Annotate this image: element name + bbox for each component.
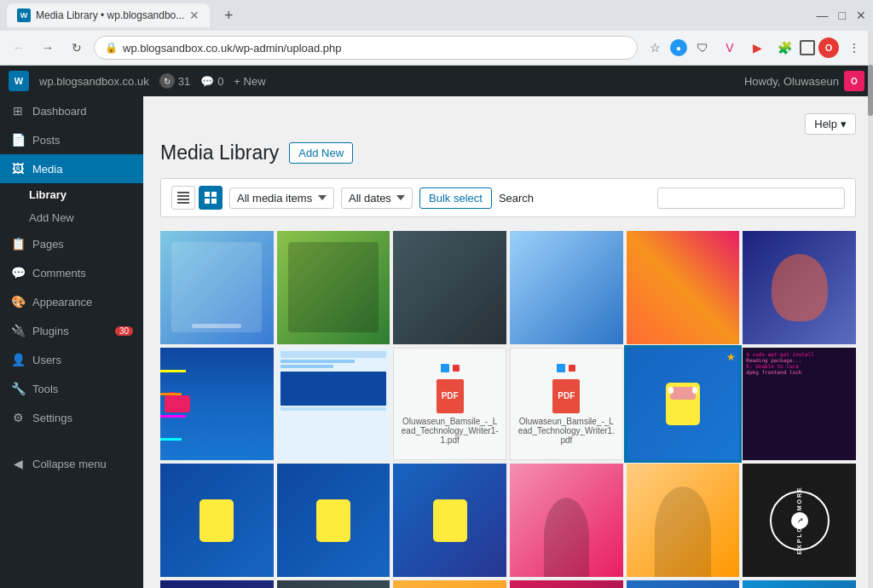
chevron-down-icon: ▾ (841, 118, 847, 130)
media-item[interactable] (277, 348, 390, 461)
media-item-selected[interactable]: ★ (627, 348, 740, 461)
wordpress-favicon: W (17, 9, 31, 22)
comment-icon: 💬 (200, 75, 214, 88)
sidebar-submenu-add-new[interactable]: Add New (0, 206, 143, 229)
svg-rect-7 (211, 199, 217, 204)
sidebar-label-posts: Posts (32, 134, 61, 147)
sidebar-item-tools[interactable]: 🔧 Tools (0, 374, 143, 403)
sidebar-label-dashboard: Dashboard (32, 105, 87, 118)
profile-button[interactable]: O (818, 37, 839, 58)
media-item[interactable] (277, 231, 390, 344)
update-number: 31 (178, 75, 190, 88)
forward-button[interactable]: → (36, 36, 60, 60)
media-item[interactable] (627, 464, 740, 577)
media-star: ★ (726, 351, 736, 363)
refresh-button[interactable]: ↻ (65, 36, 89, 60)
sidebar-item-plugins[interactable]: 🔌 Plugins 30 (0, 316, 143, 345)
menu-icon[interactable]: ⋮ (842, 36, 866, 60)
sidebar-item-appearance[interactable]: 🎨 Appearance (0, 287, 143, 316)
media-item[interactable] (743, 580, 856, 588)
sidebar-item-media[interactable]: 🖼 Media (0, 154, 143, 183)
sidebar-item-posts[interactable]: 📄 Posts (0, 125, 143, 154)
sidebar-item-users[interactable]: 👤 Users (0, 345, 143, 374)
appearance-icon: 🎨 (10, 294, 26, 309)
help-button[interactable]: Help ▾ (805, 113, 856, 135)
users-icon: 👤 (10, 352, 26, 367)
browser-tab[interactable]: W Media Library • wp.blogsandbo... ✕ (7, 3, 210, 27)
vivaldi-icon[interactable]: V (718, 36, 742, 60)
media-item-pdf[interactable]: PDF Oluwaseun_Bamsile_-_Lead_Technology_… (510, 348, 623, 461)
media-item[interactable]: EXPLORE MORE ↗ (743, 464, 856, 577)
media-item[interactable] (160, 464, 274, 577)
media-item[interactable] (743, 231, 856, 344)
media-item[interactable] (160, 231, 274, 344)
star-icon[interactable]: ☆ (643, 36, 667, 60)
media-item[interactable] (393, 231, 506, 344)
search-input[interactable] (657, 187, 845, 209)
close-tab-icon[interactable]: ✕ (189, 9, 199, 22)
address-bar[interactable]: 🔒 wp.blogsandbox.co.uk/wp-admin/upload.p… (94, 36, 638, 60)
bulk-select-button[interactable]: Bulk select (419, 187, 492, 209)
wp-logo[interactable]: W (9, 71, 29, 91)
add-new-button[interactable]: Add New (289, 142, 353, 164)
media-grid: PDF Oluwaseun_Bamsile_-_Lead_Technology_… (160, 231, 856, 588)
sidebar-item-collapse[interactable]: ◀ Collapse menu (0, 449, 143, 478)
url-text: wp.blogsandbox.co.uk/wp-admin/upload.php (123, 42, 627, 55)
sidebar-item-comments[interactable]: 💬 Comments (0, 258, 143, 287)
media-item[interactable] (510, 580, 623, 588)
plugins-icon: 🔌 (10, 323, 26, 338)
user-avatar[interactable]: O (844, 71, 864, 91)
media-item[interactable]: $ sudo apt-get install Reading package..… (743, 348, 856, 461)
sidebar-submenu-library[interactable]: Library (0, 183, 143, 206)
update-count[interactable]: ↻ 31 (159, 73, 190, 89)
sidebar-label-appearance: Appearance (32, 296, 92, 308)
media-item[interactable] (277, 464, 390, 577)
media-type-filter[interactable]: All media items (229, 187, 334, 209)
view-toggle (171, 186, 223, 210)
refresh-icon: ↻ (159, 73, 175, 89)
dashboard-icon: ⊞ (10, 103, 26, 118)
sidebar-item-dashboard[interactable]: ⊞ Dashboard (0, 96, 143, 125)
sidebar-item-pages[interactable]: 📋 Pages (0, 229, 143, 258)
maximize-icon[interactable]: □ (839, 9, 846, 22)
media-item[interactable] (627, 580, 740, 588)
site-name[interactable]: wp.blogsandbox.co.uk (39, 75, 149, 88)
media-item[interactable] (627, 231, 740, 344)
media-item-pdf[interactable]: PDF Oluwaseun_Bamsile_-_Lead_Technology_… (393, 348, 506, 461)
close-window-icon[interactable]: ✕ (856, 9, 866, 22)
media-icon: 🖼 (10, 161, 26, 176)
sidebar: ⊞ Dashboard 📄 Posts 🖼 Media Library Add … (0, 96, 143, 588)
media-item[interactable] (160, 580, 274, 588)
new-tab-button[interactable]: + (217, 3, 240, 27)
tools-icon: 🔧 (10, 381, 26, 396)
pdf-icon: PDF (436, 379, 464, 413)
search-label: Search (499, 192, 534, 205)
scrollbar-thumb[interactable] (868, 65, 873, 116)
sidebar-label-pages: Pages (32, 238, 64, 251)
comment-count[interactable]: 💬 0 (200, 75, 223, 88)
date-filter[interactable]: All dates (341, 187, 413, 209)
settings-icon: ⚙ (10, 410, 26, 425)
youtube-icon[interactable]: ▶ (745, 36, 769, 60)
sidebar-label-users: Users (32, 354, 61, 366)
grid-view-button[interactable] (199, 186, 223, 210)
media-item[interactable] (510, 464, 623, 577)
back-button[interactable]: ← (7, 36, 31, 60)
extensions-icon[interactable]: ● (670, 39, 687, 56)
puzzle-icon[interactable]: 🧩 (772, 36, 796, 60)
minimize-icon[interactable]: ― (817, 9, 829, 22)
page-title: Media Library (160, 141, 279, 164)
media-item[interactable] (393, 580, 506, 588)
posts-icon: 📄 (10, 132, 26, 147)
scrollbar[interactable] (868, 31, 873, 588)
list-view-button[interactable] (171, 186, 195, 210)
media-item[interactable] (510, 231, 623, 344)
sidebar-item-settings[interactable]: ⚙ Settings (0, 403, 143, 432)
media-item[interactable] (393, 464, 506, 577)
tab-stack-icon[interactable] (800, 40, 815, 55)
sidebar-label-media: Media (32, 163, 62, 176)
media-item[interactable] (277, 580, 390, 588)
media-item[interactable] (160, 348, 274, 461)
new-item-button[interactable]: + New (234, 75, 265, 88)
shield-icon[interactable]: 🛡 (691, 36, 714, 60)
